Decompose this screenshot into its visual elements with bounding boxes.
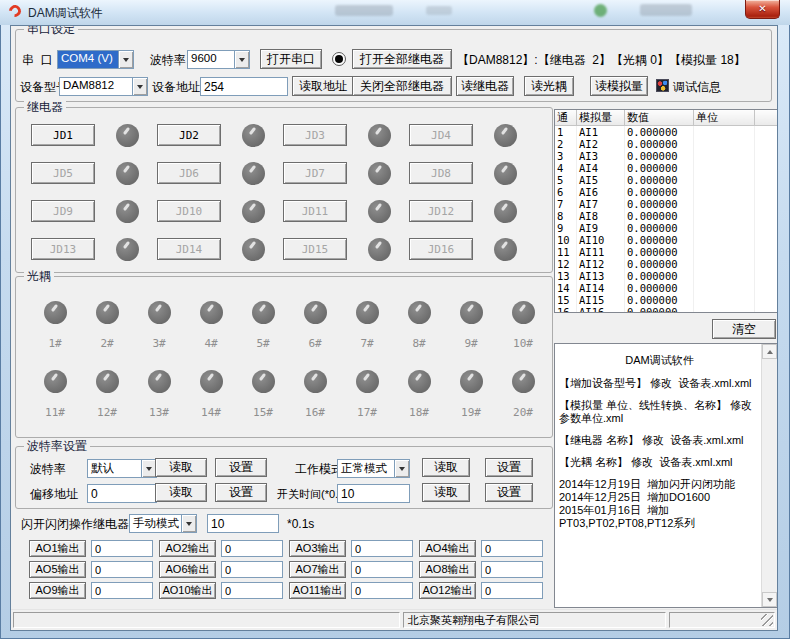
- scrollbar[interactable]: [761, 344, 777, 607]
- switch-time-input[interactable]: [337, 484, 410, 503]
- switch-time-read-button[interactable]: 读取: [422, 483, 470, 502]
- analog-table-row[interactable]: 3 AI3 0.000000: [555, 150, 778, 162]
- work-mode-read-button[interactable]: 读取: [422, 458, 470, 477]
- baud-combobox[interactable]: 9600: [187, 50, 250, 69]
- baudrate-read-button[interactable]: 读取: [155, 458, 207, 477]
- analog-table-row[interactable]: 8 AI8 0.000000: [555, 210, 778, 222]
- relay-button[interactable]: JD3: [283, 124, 347, 146]
- read-opto-button[interactable]: 读光耦: [524, 76, 574, 96]
- ao-output-button[interactable]: AO7输出: [289, 561, 346, 578]
- offset-addr-input[interactable]: [87, 484, 157, 503]
- ao-output-input[interactable]: [351, 540, 413, 557]
- offset-read-button[interactable]: 读取: [155, 483, 207, 502]
- analog-table-row[interactable]: 9 AI9 0.000000: [555, 222, 778, 234]
- close-button[interactable]: ✕: [745, 0, 780, 19]
- ao-output-input[interactable]: [351, 582, 413, 599]
- offset-set-button[interactable]: 设置: [215, 483, 267, 502]
- dropdown-arrow-icon[interactable]: [234, 51, 249, 68]
- relay-button[interactable]: JD5: [31, 162, 95, 184]
- titlebar[interactable]: DAM调试软件 ✕: [0, 0, 790, 25]
- analog-table-row[interactable]: 5 AI5 0.000000: [555, 174, 778, 186]
- dropdown-arrow-icon[interactable]: [132, 78, 147, 95]
- analog-table-row[interactable]: 7 AI7 0.000000: [555, 198, 778, 210]
- open-port-button[interactable]: 打开串口: [260, 49, 322, 69]
- port-combobox[interactable]: COM4 (V): [57, 50, 134, 69]
- resize-grip-icon[interactable]: [761, 614, 773, 626]
- dropdown-arrow-icon[interactable]: [394, 460, 409, 477]
- close-all-relays-button[interactable]: 关闭全部继电器: [352, 76, 452, 96]
- read-relay-button[interactable]: 读继电器: [456, 76, 514, 96]
- relay-button[interactable]: JD16: [409, 238, 473, 260]
- ao-output-button[interactable]: AO8输出: [419, 561, 476, 578]
- ao-output-button[interactable]: AO9输出: [29, 582, 86, 599]
- baudrate-set-button[interactable]: 设置: [215, 458, 267, 477]
- dropdown-arrow-icon[interactable]: [141, 460, 156, 477]
- ao-output-button[interactable]: AO4输出: [419, 540, 476, 557]
- relay-button[interactable]: JD11: [283, 200, 347, 222]
- relay-button[interactable]: JD15: [283, 238, 347, 260]
- dropdown-arrow-icon[interactable]: [118, 51, 133, 68]
- open-all-relays-button[interactable]: 打开全部继电器: [352, 49, 452, 69]
- ao-output-input[interactable]: [481, 540, 543, 557]
- work-mode-set-button[interactable]: 设置: [485, 458, 533, 477]
- ao-output-input[interactable]: [221, 540, 283, 557]
- baudrate-combobox[interactable]: 默认: [87, 459, 157, 478]
- relay-button[interactable]: JD13: [31, 238, 95, 260]
- relay-button[interactable]: JD2: [157, 124, 221, 146]
- ao-output-input[interactable]: [91, 561, 153, 578]
- debug-info-icon[interactable]: [656, 79, 669, 92]
- col-header-value[interactable]: 数值: [625, 110, 694, 126]
- col-header-name[interactable]: 模拟量: [577, 110, 625, 126]
- analog-table-row[interactable]: 14 AI14 0.000000: [555, 282, 778, 294]
- ao-output-button[interactable]: AO12输出: [419, 582, 476, 599]
- ao-output-button[interactable]: AO10输出: [159, 582, 216, 599]
- read-addr-button[interactable]: 读取地址: [292, 76, 354, 96]
- ao-output-input[interactable]: [481, 561, 543, 578]
- relay-button[interactable]: JD10: [157, 200, 221, 222]
- ao-output-button[interactable]: AO2输出: [159, 540, 216, 557]
- ao-output-input[interactable]: [221, 561, 283, 578]
- port-value: COM4 (V): [58, 51, 118, 68]
- analog-table-row[interactable]: 11 AI11 0.000000: [555, 246, 778, 258]
- ao-output-input[interactable]: [91, 540, 153, 557]
- analog-table-row[interactable]: 12 AI12 0.000000: [555, 258, 778, 270]
- analog-table-row[interactable]: 6 AI6 0.000000: [555, 186, 778, 198]
- relay-button[interactable]: JD8: [409, 162, 473, 184]
- analog-table-row[interactable]: 2 AI2 0.000000: [555, 138, 778, 150]
- col-header-channel[interactable]: 通: [555, 110, 577, 126]
- device-addr-input[interactable]: [200, 77, 288, 96]
- clear-button[interactable]: 清空: [712, 319, 776, 339]
- ao-output-button[interactable]: AO1输出: [29, 540, 86, 557]
- ao-output-input[interactable]: [221, 582, 283, 599]
- relay-button[interactable]: JD7: [283, 162, 347, 184]
- relay-button[interactable]: JD1: [31, 124, 95, 146]
- scroll-up-icon[interactable]: [762, 344, 777, 359]
- analog-table-row[interactable]: 4 AI4 0.000000: [555, 162, 778, 174]
- analog-table-row[interactable]: 15 AI15 0.000000: [555, 294, 778, 306]
- analog-table-row[interactable]: 10 AI10 0.000000: [555, 234, 778, 246]
- relay-button[interactable]: JD12: [409, 200, 473, 222]
- ao-output-button[interactable]: AO5输出: [29, 561, 86, 578]
- flash-time-input[interactable]: [207, 514, 279, 533]
- relay-button[interactable]: JD9: [31, 200, 95, 222]
- analog-table-row[interactable]: 16 AI16 0.000000: [555, 306, 778, 313]
- col-header-unit[interactable]: 单位: [694, 110, 755, 126]
- relay-button[interactable]: JD6: [157, 162, 221, 184]
- ao-output-button[interactable]: AO11输出: [289, 582, 346, 599]
- work-mode-combobox[interactable]: 正常模式: [337, 459, 410, 478]
- scroll-down-icon[interactable]: [762, 592, 777, 607]
- relay-button[interactable]: JD4: [409, 124, 473, 146]
- device-model-combobox[interactable]: DAM8812: [59, 77, 148, 96]
- flash-mode-combobox[interactable]: 手动模式: [129, 514, 197, 533]
- read-analog-button[interactable]: 读模拟量: [590, 76, 648, 96]
- dropdown-arrow-icon[interactable]: [181, 515, 196, 532]
- analog-table-row[interactable]: 1 AI1 0.000000: [555, 126, 778, 139]
- ao-output-input[interactable]: [351, 561, 413, 578]
- ao-output-button[interactable]: AO6输出: [159, 561, 216, 578]
- ao-output-button[interactable]: AO3输出: [289, 540, 346, 557]
- ao-output-input[interactable]: [481, 582, 543, 599]
- relay-button[interactable]: JD14: [157, 238, 221, 260]
- ao-output-input[interactable]: [91, 582, 153, 599]
- analog-table-row[interactable]: 13 AI13 0.000000: [555, 270, 778, 282]
- switch-time-set-button[interactable]: 设置: [485, 483, 533, 502]
